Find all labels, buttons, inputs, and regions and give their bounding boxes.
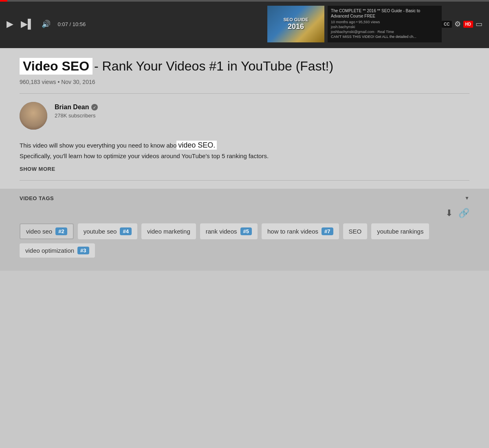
description: This video will show you everything you … xyxy=(20,139,337,161)
avatar-face xyxy=(20,102,47,130)
channel-info: Brian Dean ✓ 278K subscribers xyxy=(55,102,98,119)
player-controls: ▶ ▶▌ 🔊 0:07 / 10:56 xyxy=(7,19,259,29)
desc-text-before: This video will show you everything you … xyxy=(20,142,176,149)
skip-icon[interactable]: ▶▌ xyxy=(21,19,34,29)
tag-rank: #4 xyxy=(120,227,131,235)
player-info-desc: CAN'T MISS THIS VIDEO! Get ALL the detai… xyxy=(331,35,438,40)
link-icon[interactable]: 🔗 xyxy=(458,208,469,218)
publish-date: Nov 30, 2016 xyxy=(61,79,95,85)
tag-label: video marketing xyxy=(147,228,190,235)
settings-icon[interactable]: ⚙ xyxy=(454,20,461,29)
cc-button[interactable]: CC xyxy=(442,21,452,28)
desc-text-after: Specifically, you'll learn how to optimi… xyxy=(20,152,269,159)
player-info-author: josh.bachynski xyxy=(331,25,438,29)
tags-header: VIDEO TAGS ▼ xyxy=(20,195,469,201)
tag-label: youtube seo xyxy=(84,228,117,235)
tag-item[interactable]: video seo#2 xyxy=(20,223,74,239)
tag-label: SEO xyxy=(349,228,362,235)
tag-item[interactable]: youtube rankings xyxy=(371,223,429,239)
player-info-title: The COMPLETE ** 2016 ** SEO Guide - Basi… xyxy=(331,8,438,19)
tag-label: video optimization xyxy=(25,247,74,254)
time-display: 0:07 / 10:56 xyxy=(58,21,86,27)
title-rest: - Rank Your Videos #1 in YouTube (Fast!) xyxy=(94,59,333,74)
progress-bar[interactable] xyxy=(0,0,489,2)
show-more-button[interactable]: SHOW MORE xyxy=(20,166,469,172)
video-meta: 960,183 views • Nov 30, 2016 xyxy=(20,79,469,85)
player-info-email: joshbachynski@gmail.com · Real Time xyxy=(331,30,438,34)
hd-button[interactable]: HD xyxy=(463,21,473,28)
tags-actions: ⬇ 🔗 xyxy=(20,208,469,218)
meta-separator: • xyxy=(57,79,61,85)
tag-label: youtube rankings xyxy=(377,228,423,235)
view-count: 960,183 views xyxy=(20,79,56,85)
player-right-controls: CC ⚙ HD ▭ xyxy=(442,20,482,29)
tag-label: video seo xyxy=(26,228,52,235)
thumbnail-seo-text: SEO GUIDE xyxy=(284,17,308,22)
tags-title: VIDEO TAGS xyxy=(20,195,54,201)
tag-label: rank videos xyxy=(206,228,237,235)
tag-rank: #3 xyxy=(77,247,89,254)
divider-2 xyxy=(20,180,469,181)
title-highlight: Video SEO xyxy=(20,58,93,75)
video-title-row: Video SEO - Rank Your Videos #1 in YouTu… xyxy=(20,58,469,75)
tags-chevron-icon[interactable]: ▼ xyxy=(465,195,469,201)
avatar xyxy=(20,102,47,130)
player-info-meta: 10 months ago • 95,593 views xyxy=(331,20,438,24)
play-icon[interactable]: ▶ xyxy=(7,19,13,29)
volume-icon[interactable]: 🔊 xyxy=(42,20,51,29)
channel-name-row: Brian Dean ✓ xyxy=(55,104,98,111)
download-icon[interactable]: ⬇ xyxy=(445,208,453,218)
verified-badge: ✓ xyxy=(91,104,98,110)
video-player: ▶ ▶▌ 🔊 0:07 / 10:56 SEO GUIDE 2016 The C… xyxy=(0,0,489,48)
tag-item[interactable]: youtube seo#4 xyxy=(78,223,137,239)
tags-section: VIDEO TAGS ▼ ⬇ 🔗 video seo#2youtube seo#… xyxy=(0,189,489,271)
divider-1 xyxy=(20,93,469,94)
tag-item[interactable]: video optimization#3 xyxy=(20,243,95,258)
channel-name[interactable]: Brian Dean xyxy=(55,104,89,111)
tag-rank: #7 xyxy=(322,227,333,235)
progress-fill xyxy=(0,0,7,2)
tag-item[interactable]: rank videos#5 xyxy=(200,223,258,239)
player-info-panel: The COMPLETE ** 2016 ** SEO Guide - Basi… xyxy=(328,6,442,42)
tag-rank: #5 xyxy=(240,227,252,235)
tag-item[interactable]: SEO xyxy=(343,223,368,239)
tags-container: video seo#2youtube seo#4video marketingr… xyxy=(20,223,469,258)
thumbnail-year-text: 2016 xyxy=(288,22,304,31)
tag-label: how to rank videos xyxy=(267,228,318,235)
tag-item[interactable]: how to rank videos#7 xyxy=(262,223,339,239)
main-content: Video SEO - Rank Your Videos #1 in YouTu… xyxy=(0,48,489,271)
tag-rank: #2 xyxy=(55,227,67,235)
desc-highlight: video SEO. xyxy=(176,141,217,150)
fullscreen-icon[interactable]: ▭ xyxy=(476,20,482,29)
channel-row: Brian Dean ✓ 278K subscribers xyxy=(20,102,469,130)
tag-item[interactable]: video marketing xyxy=(141,223,196,239)
video-thumbnail: SEO GUIDE 2016 xyxy=(267,6,324,42)
subscriber-count: 278K subscribers xyxy=(55,113,98,119)
